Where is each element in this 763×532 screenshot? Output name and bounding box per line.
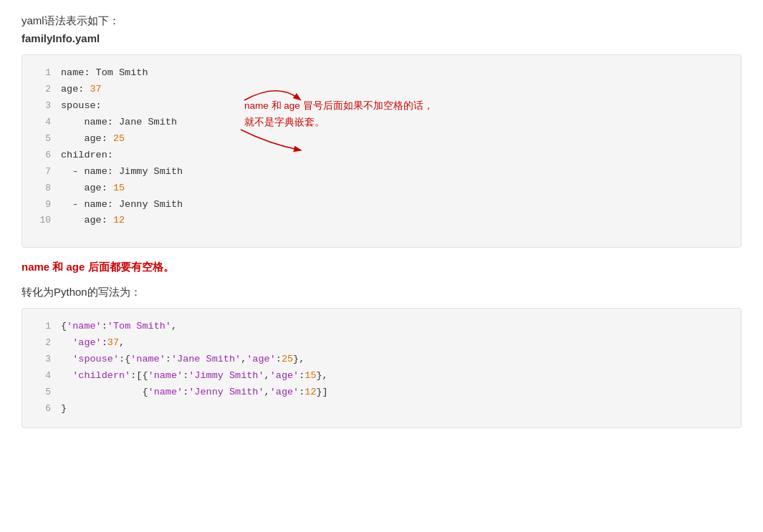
yaml-line-9: 9 - name: Jenny Smith xyxy=(29,197,734,213)
yaml-code-block: 1 name: Tom Smith 2 age: 37 3 spouse: 4 … xyxy=(21,54,742,248)
python-line-6: 6 } xyxy=(29,401,734,417)
python-line-4: 4 'childern':[{'name':'Jimmy Smith','age… xyxy=(29,368,734,385)
filename: familyInfo.yaml xyxy=(21,32,742,44)
yaml-line-3: 3 spouse: xyxy=(29,98,734,115)
yaml-line-1: 1 name: Tom Smith xyxy=(29,65,734,82)
yaml-line-10: 10 age: 12 xyxy=(29,213,734,229)
highlight-note: name 和 age 后面都要有空格。 xyxy=(21,261,742,274)
python-line-3: 3 'spouse':{'name':'Jane Smith','age':25… xyxy=(29,352,734,368)
python-line-2: 2 'age':37, xyxy=(29,335,734,352)
yaml-line-5: 5 age: 25 xyxy=(29,131,734,147)
python-line-1: 1 {'name':'Tom Smith', xyxy=(29,319,734,335)
yaml-line-7: 7 - name: Jimmy Smith xyxy=(29,164,734,180)
yaml-line-2: 2 age: 37 xyxy=(29,82,734,98)
python-line-5: 5 {'name':'Jenny Smith','age':12}] xyxy=(29,385,734,401)
intro-text: yaml语法表示如下： xyxy=(21,14,742,28)
yaml-line-4: 4 name: Jane Smith xyxy=(29,115,734,131)
yaml-line-8: 8 age: 15 xyxy=(29,180,734,197)
python-code-block: 1 {'name':'Tom Smith', 2 'age':37, 3 'sp… xyxy=(21,308,742,428)
python-intro: 转化为Python的写法为： xyxy=(21,286,742,299)
yaml-line-6: 6 children: xyxy=(29,147,734,164)
